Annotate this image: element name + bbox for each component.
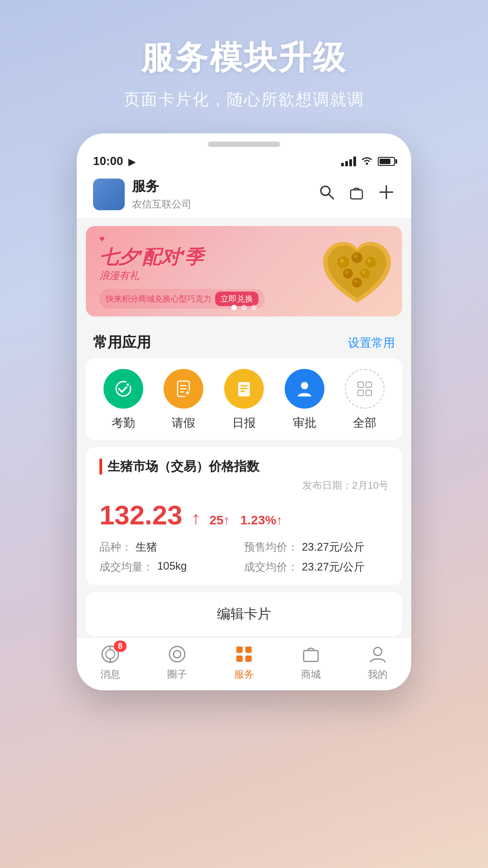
- status-right: [341, 155, 395, 168]
- price-detail-presale: 预售均价： 23.27元/公斤: [244, 540, 389, 554]
- svg-rect-35: [358, 390, 363, 396]
- hero-subtitle: 页面卡片化，随心所欲想调就调: [124, 89, 364, 111]
- svg-rect-46: [245, 656, 252, 662]
- tab-service-label: 服务: [234, 668, 254, 681]
- svg-point-18: [354, 280, 357, 283]
- svg-point-13: [343, 269, 353, 278]
- tab-my-icon-wrap: [368, 644, 388, 664]
- svg-point-0: [366, 162, 368, 165]
- banner-image: [312, 231, 402, 312]
- shop-icon: [301, 644, 321, 664]
- svg-point-14: [345, 271, 348, 274]
- red-indicator: [99, 458, 102, 475]
- svg-point-8: [340, 259, 344, 263]
- signal-icon: [341, 156, 356, 166]
- svg-rect-36: [366, 390, 371, 396]
- bag-icon[interactable]: [348, 184, 365, 205]
- svg-rect-33: [358, 382, 363, 387]
- app-subtitle: 农信互联公司: [132, 198, 192, 211]
- tab-service[interactable]: 服务: [217, 644, 271, 681]
- tab-messages[interactable]: 8 消息: [83, 644, 137, 681]
- svg-rect-45: [236, 656, 243, 662]
- svg-rect-3: [351, 190, 362, 199]
- svg-rect-43: [236, 646, 243, 653]
- tab-shop[interactable]: 商城: [284, 644, 338, 681]
- svg-point-48: [374, 647, 382, 656]
- svg-point-11: [365, 257, 376, 268]
- search-icon[interactable]: [318, 184, 335, 205]
- apps-grid-card: 考勤 请假: [86, 358, 402, 440]
- price-change1: 25↑ 1.23%↑: [210, 513, 283, 528]
- svg-rect-29: [240, 385, 248, 387]
- app-label-daily: 日报: [232, 415, 256, 431]
- banner-line1: 七夕'配对'季: [99, 246, 298, 269]
- svg-point-17: [352, 278, 362, 288]
- price-detail-trade: 成交均价： 23.27元/公斤: [244, 560, 389, 574]
- svg-rect-30: [240, 388, 248, 389]
- banner-line2: 浪漫有礼: [99, 269, 298, 283]
- circle-icon: [167, 644, 187, 664]
- app-icon-leave: [164, 369, 203, 409]
- svg-rect-31: [240, 391, 245, 392]
- app-title: 服务: [132, 177, 192, 196]
- app-icon-daily: [224, 369, 264, 409]
- svg-rect-34: [366, 382, 371, 387]
- app-icon-all: [345, 369, 385, 409]
- apps-icon: [234, 644, 254, 664]
- price-card-title: 生猪市场（交易）价格指数: [108, 458, 259, 475]
- tab-bar: 8 消息 圈子: [77, 637, 411, 690]
- price-detail-volume: 成交均量： 105kg: [99, 560, 244, 574]
- tab-shop-label: 商城: [301, 668, 321, 681]
- wifi-icon: [361, 155, 373, 168]
- app-item-attendance[interactable]: 考勤: [99, 369, 148, 431]
- app-item-approval[interactable]: 审批: [280, 369, 329, 431]
- tab-messages-label: 消息: [100, 668, 120, 681]
- svg-line-2: [329, 194, 333, 199]
- tab-circle[interactable]: 圈子: [150, 644, 204, 681]
- price-value: 132.23: [99, 500, 183, 531]
- common-apps-title: 常用应用: [93, 333, 151, 353]
- phone-notch: [208, 142, 280, 147]
- edit-card-button[interactable]: 编辑卡片: [86, 592, 402, 636]
- hero-section: 服务模块升级 页面卡片化，随心所欲想调就调: [124, 0, 364, 133]
- dot-2: [241, 305, 247, 310]
- banner-dots: [231, 305, 257, 310]
- battery-icon: [378, 157, 395, 166]
- price-date: 发布日期：2月10号: [99, 479, 389, 492]
- price-arrow: ↑: [192, 508, 201, 528]
- phone-content: ♥ 七夕'配对'季 浪漫有礼 快来积分商城兑换心型巧克力 立即兑换: [77, 219, 411, 690]
- messages-badge: 8: [114, 641, 127, 652]
- tab-my[interactable]: 我的: [351, 644, 405, 681]
- app-item-daily[interactable]: 日报: [219, 369, 269, 431]
- app-label-leave: 请假: [172, 415, 195, 431]
- header-icons: [318, 184, 395, 205]
- svg-point-38: [106, 650, 115, 659]
- banner[interactable]: ♥ 七夕'配对'季 浪漫有礼 快来积分商城兑换心型巧克力 立即兑换: [86, 226, 402, 316]
- phone-mockup: 10:00 ▶: [77, 133, 411, 690]
- set-common-action[interactable]: 设置常用: [348, 335, 395, 351]
- tab-my-label: 我的: [368, 668, 388, 681]
- app-item-all[interactable]: 全部: [340, 369, 389, 431]
- apps-grid: 考勤 请假: [86, 369, 402, 431]
- status-time: 10:00 ▶: [93, 154, 135, 168]
- app-item-leave[interactable]: 请假: [159, 369, 208, 431]
- plus-icon[interactable]: [378, 184, 395, 205]
- app-icon-approval: [285, 369, 324, 409]
- svg-point-10: [354, 255, 357, 258]
- dot-1: [231, 305, 237, 310]
- app-header: 服务 农信互联公司: [77, 172, 411, 219]
- svg-point-32: [301, 382, 308, 389]
- price-main-row: 132.23 ↑ 25↑ 1.23%↑: [99, 500, 389, 531]
- price-detail-variety: 品种： 生猪: [99, 540, 244, 554]
- hero-title: 服务模块升级: [124, 36, 364, 80]
- tab-circle-icon-wrap: [167, 644, 187, 664]
- common-apps-header: 常用应用 设置常用: [77, 324, 411, 358]
- svg-point-41: [169, 646, 185, 662]
- tab-messages-icon-wrap: 8: [100, 644, 120, 664]
- price-card: 生猪市场（交易）价格指数 发布日期：2月10号 132.23 ↑ 25↑ 1.2…: [86, 447, 402, 585]
- app-logo-area: 服务 农信互联公司: [93, 177, 192, 211]
- svg-rect-47: [304, 651, 318, 661]
- app-icon-attendance: [103, 369, 143, 409]
- app-title-group: 服务 农信互联公司: [132, 177, 192, 211]
- person-icon: [368, 644, 388, 664]
